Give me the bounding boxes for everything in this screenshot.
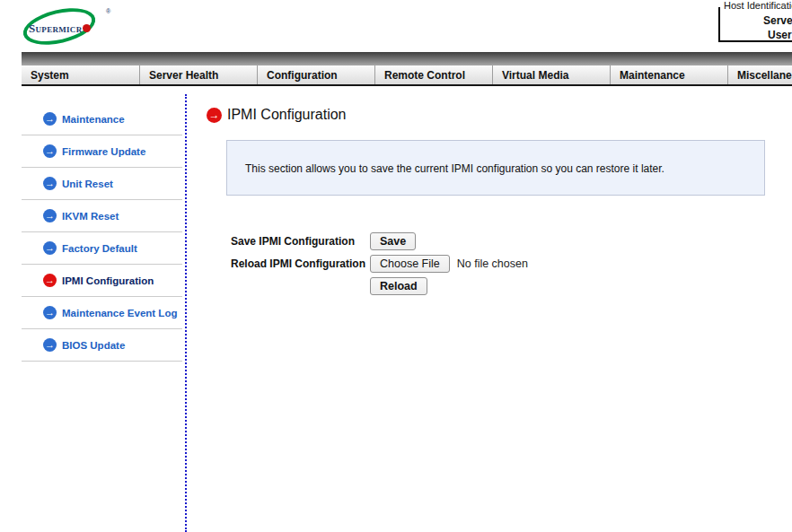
sidebar-item-bios-update[interactable]: BIOS Update — [22, 329, 182, 362]
sidebar-item-label: BIOS Update — [62, 340, 125, 351]
description-box: This section allows you to save the curr… — [226, 140, 765, 196]
description-text: This section allows you to save the curr… — [245, 162, 764, 175]
tab-virtual-media[interactable]: Virtual Media — [492, 65, 610, 84]
host-identification-box: Host Identification Server: User: — [718, 7, 792, 42]
header-gradient-bar — [22, 52, 792, 65]
save-button[interactable]: Save — [370, 232, 416, 250]
reload-config-row: Reload IPMI Configuration Choose File No… — [231, 252, 528, 275]
sidebar-item-ipmi-configuration[interactable]: IPMI Configuration — [22, 265, 182, 297]
supermicro-logo: Supermicr ® — [20, 4, 120, 50]
sidebar-item-label: Maintenance — [62, 114, 125, 125]
host-identification-legend: Host Identification — [722, 0, 792, 11]
sidebar: Maintenance Firmware Update Unit Reset I… — [22, 103, 182, 362]
arrow-right-icon — [207, 108, 222, 123]
logo-red-dot-icon — [83, 24, 91, 32]
arrow-right-icon — [43, 209, 57, 222]
sidebar-item-ikvm-reset[interactable]: IKVM Reset — [22, 200, 182, 232]
sidebar-item-label: Firmware Update — [62, 146, 145, 157]
page: Supermicr ® Host Identification Server: … — [0, 0, 792, 532]
sidebar-item-unit-reset[interactable]: Unit Reset — [22, 168, 182, 200]
sidebar-item-label: Maintenance Event Log — [62, 308, 177, 318]
user-label: User: — [768, 29, 792, 41]
arrow-right-icon — [43, 144, 57, 158]
arrow-right-icon — [43, 338, 57, 352]
save-config-row: Save IPMI Configuration Save — [231, 230, 528, 252]
reload-button[interactable]: Reload — [370, 277, 427, 295]
sidebar-item-maintenance-event-log[interactable]: Maintenance Event Log — [22, 297, 182, 329]
sidebar-item-factory-default[interactable]: Factory Default — [22, 232, 182, 265]
registered-mark: ® — [106, 8, 110, 14]
tab-system[interactable]: System — [22, 65, 139, 84]
main-menu-bar: System Server Health Configuration Remot… — [22, 65, 792, 86]
tab-configuration[interactable]: Configuration — [257, 65, 374, 84]
save-config-label: Save IPMI Configuration — [231, 235, 370, 248]
ipmi-config-form: Save IPMI Configuration Save Reload IPMI… — [231, 230, 528, 297]
sidebar-item-label: Factory Default — [62, 243, 137, 254]
reload-button-row: Reload — [231, 275, 528, 297]
tab-server-health[interactable]: Server Health — [139, 65, 257, 84]
arrow-right-icon — [43, 241, 57, 255]
sidebar-item-label: IPMI Configuration — [62, 275, 154, 286]
logo-text: Supermicr — [29, 22, 91, 36]
arrow-right-icon — [43, 274, 57, 287]
tab-maintenance[interactable]: Maintenance — [610, 65, 727, 84]
tab-remote-control[interactable]: Remote Control — [374, 65, 492, 84]
choose-file-button[interactable]: Choose File — [370, 255, 450, 273]
tab-miscellaneous[interactable]: Miscellaneous — [727, 65, 792, 84]
sidebar-item-label: IKVM Reset — [62, 211, 119, 222]
server-label: Server: — [763, 14, 792, 27]
logo-wordmark: Supermicr — [29, 22, 82, 35]
page-title: IPMI Configuration — [227, 107, 347, 123]
sidebar-content-divider — [185, 94, 187, 532]
sidebar-item-label: Unit Reset — [62, 179, 113, 189]
sidebar-item-firmware-update[interactable]: Firmware Update — [22, 135, 182, 168]
file-status-text: No file chosen — [457, 257, 528, 270]
arrow-right-icon — [43, 306, 57, 319]
reload-config-label: Reload IPMI Configuration — [231, 257, 370, 270]
page-title-row: IPMI Configuration — [207, 107, 347, 123]
arrow-right-icon — [43, 112, 57, 126]
sidebar-item-maintenance[interactable]: Maintenance — [22, 103, 182, 135]
arrow-right-icon — [43, 177, 57, 190]
